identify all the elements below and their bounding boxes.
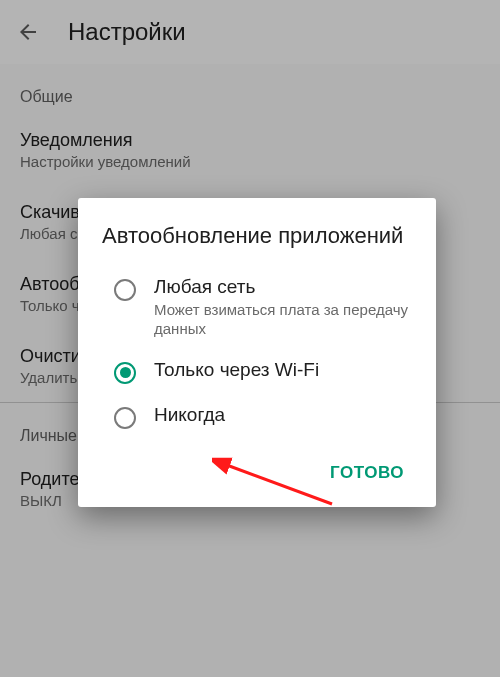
done-button[interactable]: ГОТОВО	[318, 455, 416, 491]
radio-icon-selected	[114, 362, 136, 384]
radio-label: Любая сеть	[154, 276, 412, 298]
radio-icon	[114, 279, 136, 301]
radio-option-any-network[interactable]: Любая сеть Может взиматься плата за пере…	[78, 266, 436, 349]
dialog-actions: ГОТОВО	[78, 439, 436, 495]
radio-option-wifi-only[interactable]: Только через Wi-Fi	[78, 349, 436, 394]
radio-icon	[114, 407, 136, 429]
dialog-title: Автообновление приложений	[78, 222, 436, 266]
radio-option-never[interactable]: Никогда	[78, 394, 436, 439]
autoupdate-dialog: Автообновление приложений Любая сеть Мож…	[78, 198, 436, 507]
radio-sub: Может взиматься плата за передачу данных	[154, 300, 412, 339]
radio-label: Только через Wi-Fi	[154, 359, 412, 381]
radio-label: Никогда	[154, 404, 412, 426]
